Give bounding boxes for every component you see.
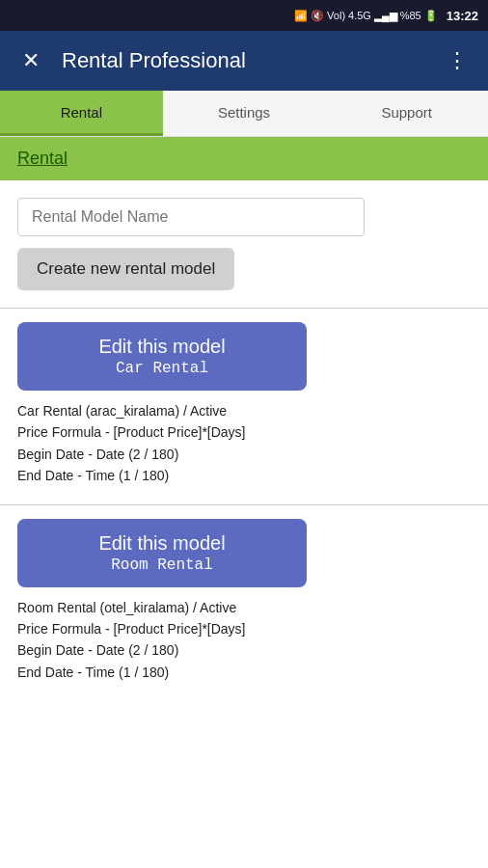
battery-label: %85 [400,10,421,21]
tab-settings[interactable]: Settings [163,91,326,136]
tab-rental[interactable]: Rental [0,91,163,136]
room-rental-info-line3: Begin Date - Date (2 / 180) [17,639,471,661]
car-rental-info-line1: Car Rental (arac_kiralama) / Active [17,400,471,421]
tab-support[interactable]: Support [325,91,488,136]
status-icons: 📶 🔇 Vol) 4.5G ▂▄▆ %85 🔋 13:22 [294,9,478,23]
close-button[interactable]: ✕ [15,48,46,73]
car-rental-info-line2: Price Formula - [Product Price]*[Days] [17,421,471,443]
status-time: 13:22 [447,9,478,23]
vol-icon: Vol) [327,10,345,21]
room-rental-info-line1: Room Rental (otel_kiralama) / Active [17,597,471,618]
app-header: ✕ Rental Professional ⋮ [0,31,488,91]
edit-car-rental-title: Edit this model [37,336,287,358]
car-rental-info-line3: Begin Date - Date (2 / 180) [17,444,471,465]
edit-room-rental-button[interactable]: Edit this model Room Rental [17,519,307,587]
input-section: Create new rental model [0,180,488,308]
rental-model-name-input[interactable] [17,198,365,236]
content-area: Rental Create new rental model Edit this… [0,137,488,868]
car-rental-info: Car Rental (arac_kiralama) / Active Pric… [17,400,471,487]
edit-room-rental-subtitle: Room Rental [37,556,287,574]
car-rental-card: Edit this model Car Rental Car Rental (a… [0,309,488,504]
edit-car-rental-button[interactable]: Edit this model Car Rental [17,322,307,391]
section-title: Rental [17,149,68,168]
room-rental-card: Edit this model Room Rental Room Rental … [0,505,488,701]
network-icon: 4.5G [348,10,371,21]
create-new-model-button[interactable]: Create new rental model [17,248,234,290]
menu-button[interactable]: ⋮ [442,48,473,73]
room-rental-info: Room Rental (otel_kiralama) / Active Pri… [17,597,471,684]
signal-bars-icon: ▂▄▆ [374,10,397,22]
app-title: Rental Professional [62,48,426,73]
tab-bar: Rental Settings Support [0,91,488,137]
edit-room-rental-title: Edit this model [37,532,287,555]
section-header: Rental [0,137,488,180]
car-rental-info-line4: End Date - Time (1 / 180) [17,465,471,486]
mute-icon: 🔇 [311,10,324,22]
room-rental-info-line2: Price Formula - [Product Price]*[Days] [17,618,471,639]
status-bar: 📶 🔇 Vol) 4.5G ▂▄▆ %85 🔋 13:22 [0,0,488,31]
battery-icon: 🔋 [424,10,438,22]
room-rental-info-line4: End Date - Time (1 / 180) [17,662,471,683]
bluetooth-icon: 📶 [294,10,308,22]
edit-car-rental-subtitle: Car Rental [37,360,287,377]
